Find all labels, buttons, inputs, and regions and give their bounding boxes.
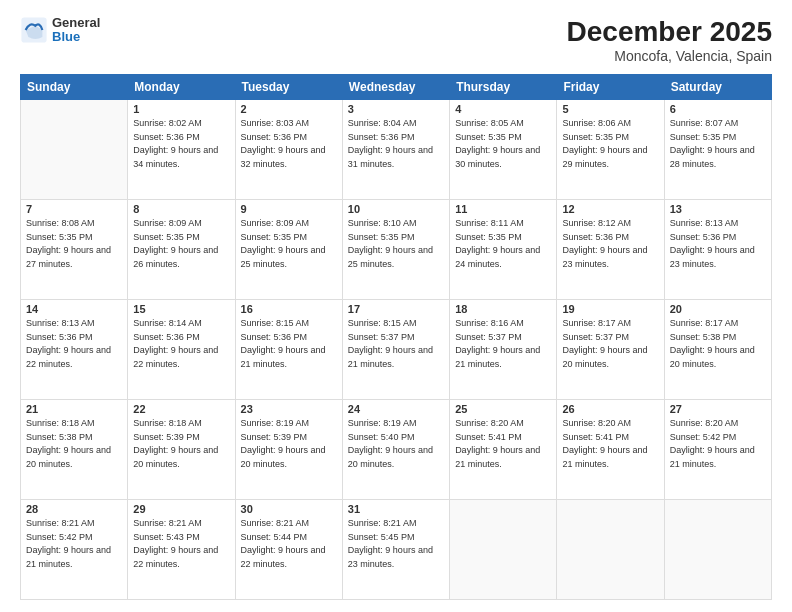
day-number: 27	[670, 403, 766, 415]
day-info: Sunrise: 8:10 AMSunset: 5:35 PMDaylight:…	[348, 217, 444, 271]
calendar-table: Sunday Monday Tuesday Wednesday Thursday…	[20, 74, 772, 600]
day-cell-3-6: 27Sunrise: 8:20 AMSunset: 5:42 PMDayligh…	[664, 400, 771, 500]
calendar-header-row: Sunday Monday Tuesday Wednesday Thursday…	[21, 75, 772, 100]
day-number: 10	[348, 203, 444, 215]
week-row-1: 1Sunrise: 8:02 AMSunset: 5:36 PMDaylight…	[21, 100, 772, 200]
day-cell-2-4: 18Sunrise: 8:16 AMSunset: 5:37 PMDayligh…	[450, 300, 557, 400]
day-number: 17	[348, 303, 444, 315]
day-cell-1-0: 7Sunrise: 8:08 AMSunset: 5:35 PMDaylight…	[21, 200, 128, 300]
day-info: Sunrise: 8:04 AMSunset: 5:36 PMDaylight:…	[348, 117, 444, 171]
day-cell-0-0	[21, 100, 128, 200]
day-info: Sunrise: 8:09 AMSunset: 5:35 PMDaylight:…	[241, 217, 337, 271]
day-info: Sunrise: 8:16 AMSunset: 5:37 PMDaylight:…	[455, 317, 551, 371]
day-info: Sunrise: 8:06 AMSunset: 5:35 PMDaylight:…	[562, 117, 658, 171]
day-number: 15	[133, 303, 229, 315]
day-number: 5	[562, 103, 658, 115]
day-info: Sunrise: 8:20 AMSunset: 5:42 PMDaylight:…	[670, 417, 766, 471]
day-number: 9	[241, 203, 337, 215]
day-number: 25	[455, 403, 551, 415]
day-number: 2	[241, 103, 337, 115]
day-cell-1-2: 9Sunrise: 8:09 AMSunset: 5:35 PMDaylight…	[235, 200, 342, 300]
day-number: 19	[562, 303, 658, 315]
day-cell-2-3: 17Sunrise: 8:15 AMSunset: 5:37 PMDayligh…	[342, 300, 449, 400]
day-number: 21	[26, 403, 122, 415]
day-info: Sunrise: 8:15 AMSunset: 5:37 PMDaylight:…	[348, 317, 444, 371]
header-tuesday: Tuesday	[235, 75, 342, 100]
day-info: Sunrise: 8:18 AMSunset: 5:39 PMDaylight:…	[133, 417, 229, 471]
day-cell-2-6: 20Sunrise: 8:17 AMSunset: 5:38 PMDayligh…	[664, 300, 771, 400]
day-info: Sunrise: 8:20 AMSunset: 5:41 PMDaylight:…	[455, 417, 551, 471]
page-subtitle: Moncofa, Valencia, Spain	[567, 48, 772, 64]
day-cell-0-2: 2Sunrise: 8:03 AMSunset: 5:36 PMDaylight…	[235, 100, 342, 200]
day-number: 28	[26, 503, 122, 515]
day-number: 22	[133, 403, 229, 415]
day-cell-4-6	[664, 500, 771, 600]
day-number: 13	[670, 203, 766, 215]
day-number: 24	[348, 403, 444, 415]
day-number: 12	[562, 203, 658, 215]
header-wednesday: Wednesday	[342, 75, 449, 100]
day-cell-3-2: 23Sunrise: 8:19 AMSunset: 5:39 PMDayligh…	[235, 400, 342, 500]
week-row-5: 28Sunrise: 8:21 AMSunset: 5:42 PMDayligh…	[21, 500, 772, 600]
day-number: 7	[26, 203, 122, 215]
day-info: Sunrise: 8:21 AMSunset: 5:44 PMDaylight:…	[241, 517, 337, 571]
day-cell-3-1: 22Sunrise: 8:18 AMSunset: 5:39 PMDayligh…	[128, 400, 235, 500]
day-info: Sunrise: 8:21 AMSunset: 5:42 PMDaylight:…	[26, 517, 122, 571]
day-cell-1-1: 8Sunrise: 8:09 AMSunset: 5:35 PMDaylight…	[128, 200, 235, 300]
day-info: Sunrise: 8:08 AMSunset: 5:35 PMDaylight:…	[26, 217, 122, 271]
day-cell-4-1: 29Sunrise: 8:21 AMSunset: 5:43 PMDayligh…	[128, 500, 235, 600]
day-info: Sunrise: 8:17 AMSunset: 5:37 PMDaylight:…	[562, 317, 658, 371]
day-cell-4-0: 28Sunrise: 8:21 AMSunset: 5:42 PMDayligh…	[21, 500, 128, 600]
logo-general: General	[52, 16, 100, 30]
day-number: 26	[562, 403, 658, 415]
logo-blue: Blue	[52, 30, 100, 44]
day-cell-2-1: 15Sunrise: 8:14 AMSunset: 5:36 PMDayligh…	[128, 300, 235, 400]
day-cell-0-3: 3Sunrise: 8:04 AMSunset: 5:36 PMDaylight…	[342, 100, 449, 200]
header: General Blue December 2025 Moncofa, Vale…	[20, 16, 772, 64]
header-sunday: Sunday	[21, 75, 128, 100]
day-info: Sunrise: 8:11 AMSunset: 5:35 PMDaylight:…	[455, 217, 551, 271]
day-cell-4-2: 30Sunrise: 8:21 AMSunset: 5:44 PMDayligh…	[235, 500, 342, 600]
week-row-4: 21Sunrise: 8:18 AMSunset: 5:38 PMDayligh…	[21, 400, 772, 500]
day-info: Sunrise: 8:03 AMSunset: 5:36 PMDaylight:…	[241, 117, 337, 171]
day-cell-0-4: 4Sunrise: 8:05 AMSunset: 5:35 PMDaylight…	[450, 100, 557, 200]
logo: General Blue	[20, 16, 100, 45]
day-info: Sunrise: 8:18 AMSunset: 5:38 PMDaylight:…	[26, 417, 122, 471]
day-info: Sunrise: 8:21 AMSunset: 5:45 PMDaylight:…	[348, 517, 444, 571]
day-info: Sunrise: 8:19 AMSunset: 5:40 PMDaylight:…	[348, 417, 444, 471]
day-cell-3-0: 21Sunrise: 8:18 AMSunset: 5:38 PMDayligh…	[21, 400, 128, 500]
day-info: Sunrise: 8:05 AMSunset: 5:35 PMDaylight:…	[455, 117, 551, 171]
day-cell-1-6: 13Sunrise: 8:13 AMSunset: 5:36 PMDayligh…	[664, 200, 771, 300]
day-info: Sunrise: 8:12 AMSunset: 5:36 PMDaylight:…	[562, 217, 658, 271]
logo-icon	[20, 16, 48, 44]
day-number: 16	[241, 303, 337, 315]
day-number: 3	[348, 103, 444, 115]
header-friday: Friday	[557, 75, 664, 100]
day-cell-0-1: 1Sunrise: 8:02 AMSunset: 5:36 PMDaylight…	[128, 100, 235, 200]
day-info: Sunrise: 8:07 AMSunset: 5:35 PMDaylight:…	[670, 117, 766, 171]
day-cell-3-3: 24Sunrise: 8:19 AMSunset: 5:40 PMDayligh…	[342, 400, 449, 500]
day-info: Sunrise: 8:15 AMSunset: 5:36 PMDaylight:…	[241, 317, 337, 371]
title-block: December 2025 Moncofa, Valencia, Spain	[567, 16, 772, 64]
day-cell-4-4	[450, 500, 557, 600]
day-cell-2-2: 16Sunrise: 8:15 AMSunset: 5:36 PMDayligh…	[235, 300, 342, 400]
day-number: 31	[348, 503, 444, 515]
day-cell-1-5: 12Sunrise: 8:12 AMSunset: 5:36 PMDayligh…	[557, 200, 664, 300]
day-info: Sunrise: 8:17 AMSunset: 5:38 PMDaylight:…	[670, 317, 766, 371]
week-row-3: 14Sunrise: 8:13 AMSunset: 5:36 PMDayligh…	[21, 300, 772, 400]
day-cell-3-4: 25Sunrise: 8:20 AMSunset: 5:41 PMDayligh…	[450, 400, 557, 500]
day-info: Sunrise: 8:13 AMSunset: 5:36 PMDaylight:…	[26, 317, 122, 371]
day-cell-0-5: 5Sunrise: 8:06 AMSunset: 5:35 PMDaylight…	[557, 100, 664, 200]
day-info: Sunrise: 8:20 AMSunset: 5:41 PMDaylight:…	[562, 417, 658, 471]
day-cell-4-5	[557, 500, 664, 600]
day-info: Sunrise: 8:02 AMSunset: 5:36 PMDaylight:…	[133, 117, 229, 171]
header-monday: Monday	[128, 75, 235, 100]
logo-text: General Blue	[52, 16, 100, 45]
day-number: 1	[133, 103, 229, 115]
day-number: 4	[455, 103, 551, 115]
day-number: 20	[670, 303, 766, 315]
day-cell-1-3: 10Sunrise: 8:10 AMSunset: 5:35 PMDayligh…	[342, 200, 449, 300]
page: General Blue December 2025 Moncofa, Vale…	[0, 0, 792, 612]
day-number: 29	[133, 503, 229, 515]
page-title: December 2025	[567, 16, 772, 48]
